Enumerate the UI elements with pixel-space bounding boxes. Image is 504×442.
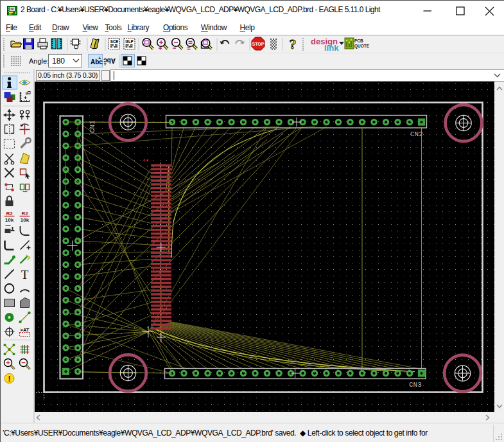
svg-text:0.05 inch (3.75 0.30): 0.05 inch (3.75 0.30) [38, 71, 98, 79]
svg-text:9: 9 [26, 91, 28, 96]
svg-text:+: + [103, 61, 107, 67]
svg-text:CN1: CN1 [89, 120, 96, 133]
svg-text:10k: 10k [21, 217, 30, 223]
svg-text:QUOTE: QUOTE [354, 44, 370, 49]
svg-text:44: 44 [143, 157, 149, 163]
svg-text:R2: R2 [21, 211, 28, 217]
svg-text:+: + [98, 55, 101, 61]
svg-text:180: 180 [52, 57, 65, 66]
svg-text:SCR: SCR [110, 39, 119, 44]
svg-text:ULP: ULP [125, 39, 134, 44]
svg-text:link: link [324, 43, 339, 53]
svg-text:STOP: STOP [252, 42, 265, 46]
svg-text:CN3: CN3 [409, 381, 422, 389]
svg-text:T: T [21, 268, 29, 281]
svg-text:10k: 10k [5, 217, 14, 223]
svg-text:PCB: PCB [354, 39, 363, 43]
svg-text:R2: R2 [6, 211, 13, 217]
svg-text:!: ! [8, 375, 11, 384]
svg-text:>AT: >AT [21, 327, 30, 333]
svg-text:CN2: CN2 [410, 130, 423, 138]
svg-text:?: ? [290, 36, 297, 52]
svg-text:Angle:: Angle: [29, 57, 49, 65]
